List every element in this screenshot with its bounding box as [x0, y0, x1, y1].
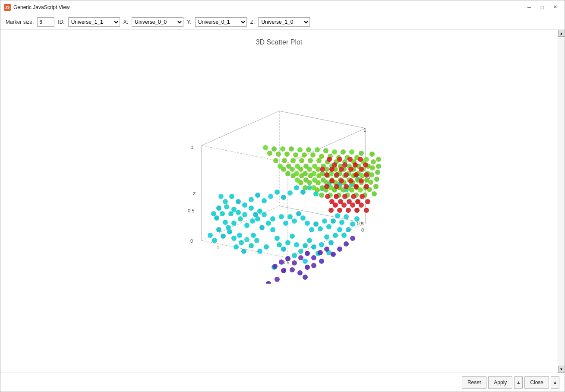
svg-point-260 — [307, 180, 312, 185]
svg-point-165 — [319, 154, 324, 159]
maximize-button[interactable]: □ — [536, 3, 548, 12]
svg-point-98 — [292, 253, 297, 258]
x-select[interactable]: Universe_0_0 Universe_1_1 Universe_0_1 U… — [132, 17, 183, 27]
scroll-up-button[interactable]: ▲ — [558, 30, 565, 37]
z-label: Z: — [250, 19, 255, 25]
svg-point-75 — [326, 224, 331, 229]
svg-point-114 — [290, 267, 295, 272]
svg-point-87 — [354, 216, 360, 221]
svg-point-40 — [250, 218, 255, 224]
svg-point-103 — [292, 260, 297, 266]
svg-point-39 — [244, 223, 249, 228]
svg-point-107 — [318, 250, 323, 255]
svg-point-280 — [351, 194, 356, 199]
svg-point-63 — [253, 212, 258, 217]
svg-point-202 — [273, 158, 278, 163]
svg-point-73 — [318, 226, 323, 231]
window-title: Generic JavaScript View — [13, 4, 70, 10]
svg-point-133 — [287, 190, 293, 196]
svg-point-52 — [294, 242, 299, 247]
svg-point-56 — [311, 244, 316, 250]
svg-point-82 — [333, 233, 338, 238]
svg-point-104 — [298, 255, 303, 260]
svg-point-244 — [290, 173, 296, 178]
svg-point-242 — [299, 173, 304, 178]
apply-up-arrow-button[interactable]: ▲ — [514, 376, 523, 389]
svg-point-145 — [231, 207, 237, 212]
marker-size-label: Marker size: — [6, 19, 34, 25]
scatter-plot[interactable]: x y z 0 0.5 1 0.5 1 0 0.5 1 — [167, 59, 391, 284]
close-title-button[interactable]: ✕ — [549, 3, 561, 12]
svg-point-112 — [350, 236, 355, 241]
svg-point-72 — [313, 221, 319, 227]
svg-point-299 — [348, 178, 354, 183]
reset-button[interactable]: Reset — [462, 376, 486, 389]
apply-button[interactable]: Apply — [488, 376, 512, 389]
svg-point-81 — [328, 240, 334, 245]
svg-point-126 — [242, 202, 247, 208]
id-select[interactable]: Universe_1_1 Universe_0_0 Universe_0_1 U… — [68, 17, 120, 27]
svg-point-102 — [285, 256, 290, 261]
svg-point-109 — [331, 252, 336, 257]
footer: Reset Apply ▲ Close ▲ — [0, 373, 565, 392]
svg-point-151 — [218, 194, 224, 199]
svg-point-196 — [299, 158, 304, 163]
svg-point-120 — [275, 277, 280, 282]
z-select[interactable]: Universe_1_0 Universe_0_0 Universe_0_1 U… — [258, 17, 310, 27]
svg-point-296 — [364, 184, 369, 189]
svg-point-180 — [371, 159, 376, 164]
svg-point-246 — [368, 180, 373, 185]
svg-point-90 — [212, 238, 217, 243]
svg-point-263 — [372, 191, 377, 196]
svg-point-37 — [231, 221, 237, 226]
y-select[interactable]: Universe_0_1 Universe_0_0 Universe_1_1 U… — [195, 17, 247, 27]
svg-point-116 — [305, 265, 310, 270]
svg-point-301 — [339, 178, 344, 183]
svg-point-38 — [238, 216, 243, 221]
svg-point-68 — [296, 211, 301, 216]
svg-point-150 — [211, 211, 216, 216]
svg-point-305 — [364, 172, 369, 177]
svg-point-313 — [324, 172, 329, 177]
svg-point-166 — [315, 147, 320, 152]
svg-text:z: z — [193, 190, 196, 196]
svg-point-319 — [342, 162, 347, 168]
svg-point-146 — [236, 199, 241, 204]
svg-point-26 — [239, 240, 244, 245]
svg-point-240 — [308, 173, 313, 178]
svg-point-91 — [208, 233, 213, 238]
svg-point-177 — [267, 151, 272, 156]
svg-point-275 — [319, 193, 324, 198]
svg-point-322 — [327, 157, 332, 162]
svg-point-154 — [369, 152, 375, 157]
scroll-down-button[interactable]: ▼ — [558, 366, 565, 373]
svg-point-77 — [335, 213, 340, 218]
close-button[interactable]: Close — [524, 376, 549, 389]
window-controls: ─ □ ✕ — [523, 3, 561, 12]
svg-point-45 — [266, 221, 271, 226]
svg-point-93 — [224, 204, 229, 209]
svg-point-49 — [281, 247, 286, 252]
svg-point-198 — [290, 158, 296, 163]
svg-point-48 — [277, 242, 282, 247]
svg-point-149 — [216, 205, 221, 211]
svg-point-30 — [241, 249, 246, 254]
svg-point-172 — [289, 146, 294, 152]
svg-point-278 — [360, 194, 365, 199]
close-up-arrow-button[interactable]: ▲ — [551, 376, 559, 389]
svg-point-105 — [305, 251, 310, 256]
svg-point-200 — [282, 158, 287, 163]
svg-point-317 — [353, 162, 358, 168]
svg-point-92 — [228, 211, 234, 216]
svg-point-42 — [242, 212, 247, 217]
marker-size-input[interactable] — [37, 17, 54, 27]
svg-point-47 — [275, 236, 280, 241]
svg-point-290 — [350, 202, 355, 208]
svg-point-29 — [249, 243, 254, 248]
svg-point-59 — [270, 216, 275, 221]
svg-point-51 — [290, 234, 295, 239]
svg-point-308 — [348, 167, 354, 172]
svg-point-86 — [350, 221, 355, 227]
svg-point-69 — [300, 215, 306, 221]
minimize-button[interactable]: ─ — [523, 3, 535, 12]
